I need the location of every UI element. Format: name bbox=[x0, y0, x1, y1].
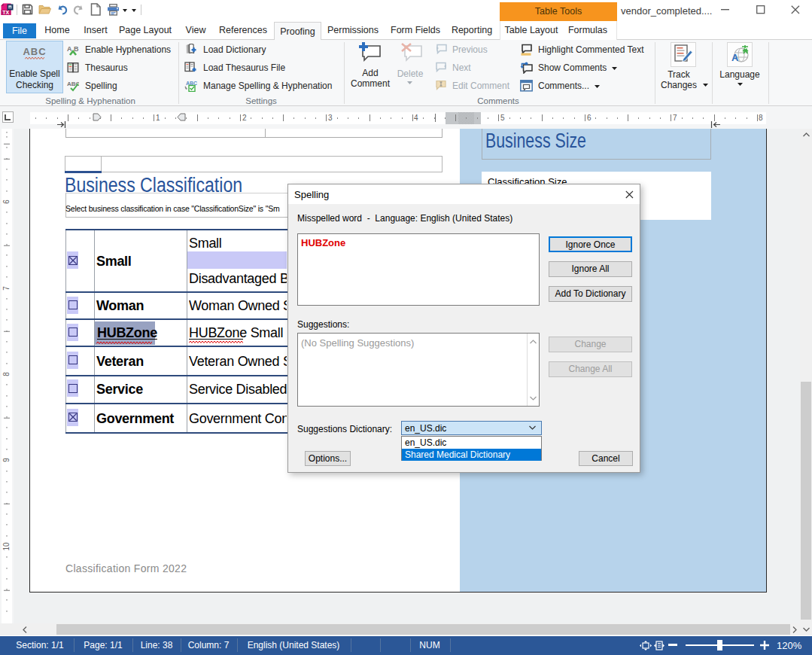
svg-text:A: A bbox=[731, 52, 739, 63]
svg-text:TX: TX bbox=[2, 10, 9, 15]
